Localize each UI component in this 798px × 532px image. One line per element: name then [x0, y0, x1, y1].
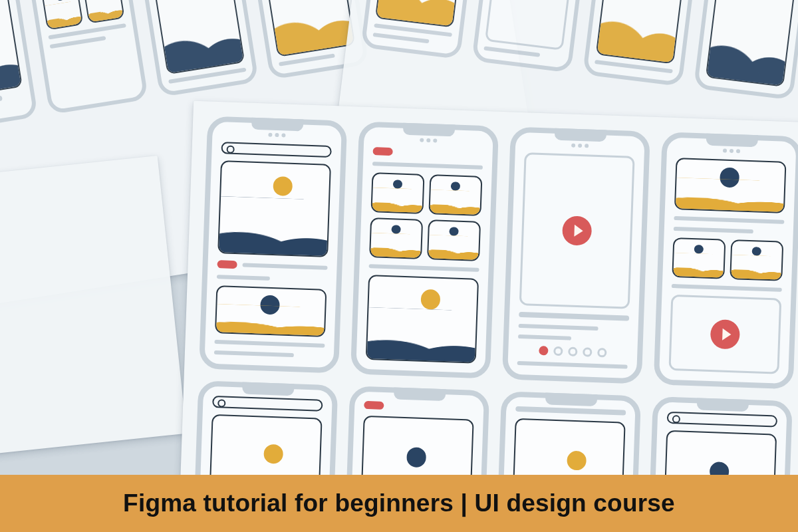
image-placeholder-icon: [375, 0, 469, 28]
image-placeholder-icon: [366, 275, 479, 364]
wireframe-sheet-front: [180, 101, 798, 532]
wireframe-card: [360, 0, 481, 59]
thumbnail-illustration: [0, 0, 798, 532]
video-placeholder: [485, 0, 581, 51]
image-placeholder-icon: [257, 0, 355, 57]
pill-accent: [217, 260, 237, 269]
pager-dots: [517, 345, 628, 358]
search-icon: [221, 142, 332, 158]
wireframe-sheet-left: [0, 156, 187, 469]
wireframe-card: [199, 116, 347, 373]
wireframe-card: [502, 126, 650, 384]
wireframe-card: [22, 0, 148, 115]
play-icon: [710, 319, 741, 350]
thumbnail-title: Figma tutorial for beginners | UI design…: [123, 489, 675, 517]
image-placeholder-icon: [706, 0, 798, 87]
image-placeholder-icon: [596, 0, 692, 64]
image-placeholder-icon: [427, 219, 481, 261]
wireframe-card: [471, 0, 593, 73]
image-placeholder-icon: [674, 158, 787, 213]
image-placeholder-icon: [82, 0, 125, 24]
image-placeholder-icon: [369, 217, 423, 259]
wireframe-card: [132, 0, 259, 97]
search-icon: [667, 412, 778, 428]
wireframe-card: [654, 132, 798, 389]
pill-accent: [372, 147, 392, 156]
image-placeholder-icon: [0, 0, 23, 99]
wireframe-card: [583, 0, 704, 86]
video-placeholder: [519, 152, 635, 309]
video-placeholder: [668, 295, 781, 374]
image-placeholder-icon: [370, 172, 424, 214]
image-placeholder-icon: [730, 239, 783, 281]
image-placeholder-icon: [672, 237, 726, 279]
image-placeholder-icon: [147, 0, 245, 74]
image-placeholder-icon: [215, 285, 327, 337]
wireframe-card: [350, 121, 499, 378]
play-icon: [562, 215, 593, 246]
wireframe-card: [694, 0, 798, 100]
search-icon: [212, 396, 323, 412]
wireframe-card: [0, 0, 38, 132]
image-placeholder-icon: [217, 160, 331, 257]
image-placeholder-icon: [428, 174, 482, 216]
image-placeholder-icon: [41, 0, 84, 31]
title-banner: Figma tutorial for beginners | UI design…: [0, 475, 798, 532]
